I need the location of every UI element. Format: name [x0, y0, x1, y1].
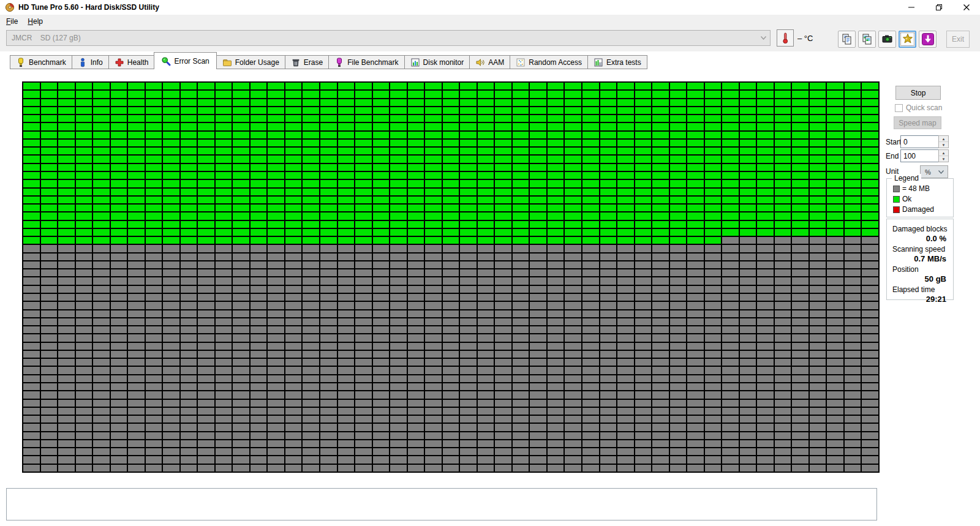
- scan-block: [845, 156, 861, 162]
- download-icon[interactable]: [919, 31, 937, 48]
- scan-block: [722, 334, 739, 341]
- scan-block: [390, 254, 407, 260]
- scan-block: [513, 440, 529, 447]
- scan-block: [198, 318, 214, 325]
- scan-block: [146, 164, 162, 171]
- scan-block: [600, 432, 617, 439]
- exit-button[interactable]: Exit: [946, 31, 970, 48]
- scan-block: [652, 391, 669, 398]
- scan-block: [373, 269, 390, 276]
- scan-block: [705, 456, 722, 463]
- start-stepper[interactable]: ▲▼: [938, 135, 949, 148]
- scan-block: [600, 254, 617, 260]
- scan-block: [705, 286, 722, 293]
- copy-text-icon[interactable]: [838, 31, 856, 48]
- tab-file-benchmark[interactable]: File Benchmark: [329, 55, 404, 69]
- scan-block: [181, 359, 197, 366]
- scan-block: [792, 416, 809, 423]
- scan-block: [425, 302, 442, 309]
- chevron-down-icon: [756, 31, 770, 45]
- scan-block: [705, 123, 722, 130]
- scan-block: [58, 416, 75, 423]
- scan-block: [285, 294, 302, 301]
- copy-image-icon[interactable]: [858, 31, 876, 48]
- tab-disk-monitor[interactable]: Disk monitor: [405, 55, 470, 69]
- tab-random-access[interactable]: Random Access: [510, 55, 588, 69]
- unit-selector[interactable]: %: [920, 165, 948, 178]
- tab-folder-usage[interactable]: Folder Usage: [217, 55, 285, 69]
- scan-block: [478, 254, 494, 260]
- scan-block: [687, 164, 704, 171]
- tab-extra-tests[interactable]: Extra tests: [588, 55, 647, 69]
- save-image-icon[interactable]: [899, 31, 916, 48]
- scan-block: [478, 156, 494, 162]
- minimize-icon[interactable]: [897, 0, 925, 15]
- scan-block: [373, 107, 390, 114]
- scan-block: [41, 83, 58, 89]
- scan-block: [408, 261, 424, 268]
- quick-scan-checkbox[interactable]: [895, 104, 903, 112]
- scan-block: [635, 172, 652, 179]
- scan-block: [181, 132, 197, 138]
- scan-block: [862, 189, 878, 195]
- tab-aam[interactable]: AAM: [470, 55, 510, 69]
- speed-map-button[interactable]: Speed map: [894, 116, 941, 129]
- tab-error-scan[interactable]: Error Scan: [154, 52, 216, 69]
- camera-icon[interactable]: [878, 31, 896, 48]
- tab-label: Folder Usage: [235, 58, 279, 67]
- close-icon[interactable]: [952, 0, 980, 15]
- scan-block: [128, 465, 145, 472]
- scan-block: [548, 424, 564, 430]
- thermometer-icon[interactable]: [777, 29, 794, 47]
- scan-block: [827, 432, 843, 439]
- scan-block: [582, 334, 599, 341]
- stepper-up-icon[interactable]: ▲: [939, 150, 948, 156]
- scan-block: [722, 189, 739, 195]
- stepper-down-icon[interactable]: ▼: [939, 156, 948, 162]
- tab-erase[interactable]: Erase: [285, 55, 329, 69]
- tab-benchmark[interactable]: Benchmark: [10, 55, 72, 69]
- scan-block: [792, 261, 809, 268]
- drive-selector[interactable]: JMCR SD (127 gB): [6, 30, 771, 46]
- stepper-down-icon[interactable]: ▼: [939, 142, 948, 148]
- scan-block: [373, 140, 390, 146]
- scan-block: [792, 221, 809, 228]
- scan-block: [23, 229, 40, 236]
- scan-block: [757, 221, 774, 228]
- tab-health[interactable]: Health: [109, 55, 155, 69]
- scan-block: [285, 172, 302, 179]
- scan-block: [600, 212, 617, 219]
- scan-block: [845, 408, 861, 415]
- scan-block: [565, 269, 581, 276]
- end-stepper[interactable]: ▲▼: [938, 149, 949, 162]
- scan-block: [460, 367, 477, 374]
- scan-block: [251, 99, 267, 106]
- scan-block: [111, 123, 127, 130]
- start-input[interactable]: [900, 135, 938, 148]
- stop-button[interactable]: Stop: [895, 86, 941, 100]
- menu-help[interactable]: Help: [23, 16, 48, 27]
- scan-block: [23, 91, 40, 97]
- scan-block: [443, 115, 459, 122]
- scan-block: [233, 172, 249, 179]
- scan-block: [460, 180, 477, 187]
- scan-block: [320, 302, 337, 309]
- scan-block: [303, 245, 319, 252]
- scan-block: [408, 343, 424, 350]
- end-input[interactable]: [900, 149, 938, 162]
- scan-block: [740, 359, 756, 366]
- scan-block: [548, 132, 564, 138]
- scan-block: [635, 245, 652, 252]
- restore-icon[interactable]: [925, 0, 952, 15]
- scan-block: [198, 269, 214, 276]
- menu-file[interactable]: File: [1, 16, 23, 27]
- scan-block: [635, 408, 652, 415]
- tab-info[interactable]: Info: [72, 55, 109, 69]
- scan-block: [548, 156, 564, 162]
- scan-block: [810, 212, 826, 219]
- scan-block: [862, 180, 878, 187]
- scan-block: [233, 359, 249, 366]
- stepper-up-icon[interactable]: ▲: [939, 136, 948, 142]
- scan-block: [600, 294, 617, 301]
- scan-block: [530, 164, 546, 171]
